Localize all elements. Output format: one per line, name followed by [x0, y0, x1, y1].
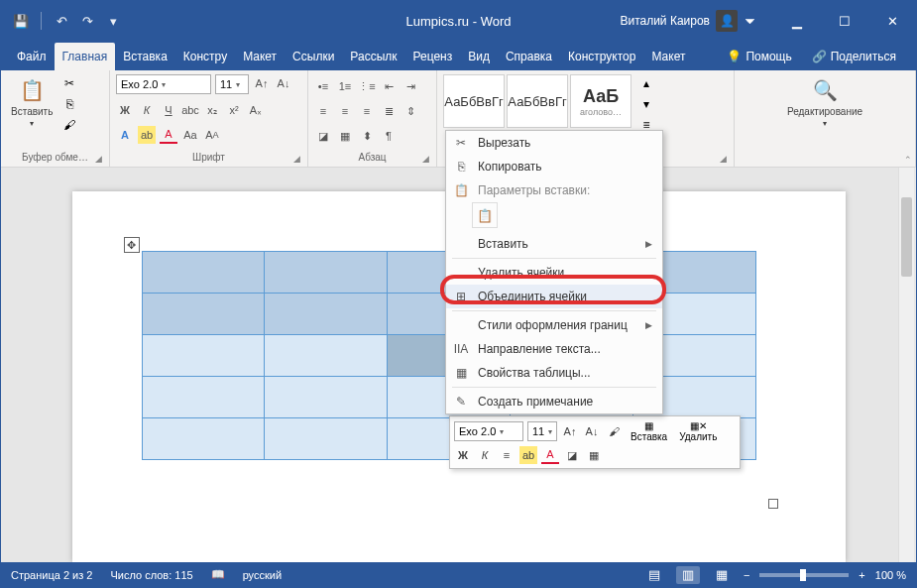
tab-view[interactable]: Вид — [460, 43, 498, 70]
tab-layout[interactable]: Макет — [235, 43, 285, 70]
status-language[interactable]: русский — [243, 569, 282, 581]
font-color-icon[interactable]: A — [160, 126, 177, 144]
style-nospacing[interactable]: АаБбВвГг — [507, 74, 568, 128]
change-case-icon[interactable]: Aa — [181, 126, 199, 144]
line-spacing-icon[interactable]: ⇕ — [401, 102, 419, 120]
align-right-icon[interactable]: ≡ — [358, 102, 376, 120]
table-resize-handle-icon[interactable] — [768, 499, 778, 509]
ribbon-options-icon[interactable]: ⏷ — [726, 1, 773, 41]
mini-italic-icon[interactable]: К — [476, 446, 494, 464]
mini-delete-button[interactable]: ▦✕Удалить — [675, 420, 721, 442]
styles-down-icon[interactable]: ▾ — [637, 95, 655, 113]
decrease-indent-icon[interactable]: ⇤ — [380, 77, 398, 95]
customize-qat-icon[interactable]: ▾ — [103, 12, 123, 30]
copy-icon[interactable]: ⎘ — [60, 95, 78, 113]
sort-icon[interactable]: ⬍ — [358, 127, 376, 145]
mini-highlight-icon[interactable]: ab — [519, 446, 537, 464]
multilevel-icon[interactable]: ⋮≡ — [358, 77, 376, 95]
tab-table-design[interactable]: Конструктор — [560, 43, 643, 70]
status-page[interactable]: Страница 2 из 2 — [11, 569, 92, 581]
zoom-out-icon[interactable]: − — [744, 569, 749, 581]
view-read-icon[interactable]: ▤ — [642, 566, 666, 584]
undo-icon[interactable]: ↶ — [52, 12, 71, 30]
ctx-cut[interactable]: ✂Вырезать — [446, 131, 662, 155]
borders-icon[interactable]: ▦ — [336, 127, 354, 145]
mini-insert-button[interactable]: ▦Вставка — [627, 420, 671, 442]
clipboard-launcher-icon[interactable]: ◢ — [95, 154, 105, 164]
style-heading[interactable]: АаБаголово… — [570, 74, 631, 128]
italic-icon[interactable]: К — [138, 101, 156, 119]
clear-format-icon[interactable]: Aₓ — [247, 101, 265, 119]
share-button[interactable]: 🔗Поделиться — [804, 43, 904, 70]
mini-bold-icon[interactable]: Ж — [454, 446, 472, 464]
view-print-icon[interactable]: ▥ — [676, 566, 700, 584]
tab-insert[interactable]: Вставка — [115, 43, 175, 70]
mini-shrink-font-icon[interactable]: A↓ — [583, 422, 601, 440]
bullets-icon[interactable]: •≡ — [314, 77, 332, 95]
mini-font-color-icon[interactable]: A — [541, 446, 559, 464]
font-launcher-icon[interactable]: ◢ — [293, 154, 303, 164]
show-marks-icon[interactable]: ¶ — [380, 127, 398, 145]
ctx-paste[interactable]: Вставить▶ — [446, 232, 662, 256]
mini-font-combo[interactable]: Exo 2.0 — [454, 421, 523, 441]
ctx-merge-cells[interactable]: ⊞Объединить ячейки — [446, 285, 662, 308]
font-name-combo[interactable]: Exo 2.0 — [116, 74, 211, 94]
strike-icon[interactable]: abc — [181, 101, 199, 119]
redo-icon[interactable]: ↷ — [77, 12, 97, 30]
subscript-icon[interactable]: x₂ — [203, 101, 221, 119]
mini-grow-font-icon[interactable]: A↑ — [561, 422, 579, 440]
mini-align-icon[interactable]: ≡ — [498, 446, 516, 464]
close-button[interactable]: ✕ — [868, 1, 916, 41]
tab-help[interactable]: Справка — [498, 43, 560, 70]
mini-format-painter-icon[interactable]: 🖌 — [605, 422, 623, 440]
status-word-count[interactable]: Число слов: 115 — [110, 569, 192, 581]
align-center-icon[interactable]: ≡ — [336, 102, 354, 120]
mini-shading-icon[interactable]: ◪ — [563, 446, 581, 464]
styles-launcher-icon[interactable]: ◢ — [720, 154, 730, 164]
justify-icon[interactable]: ≣ — [380, 102, 398, 120]
bold-icon[interactable]: Ж — [116, 101, 134, 119]
mini-size-combo[interactable]: 11 — [527, 421, 557, 441]
collapse-ribbon-icon[interactable]: ⌃ — [904, 155, 912, 165]
ctx-new-comment[interactable]: ✎Создать примечание — [446, 390, 662, 413]
ctx-delete-cells[interactable]: Удалить ячейки... — [446, 261, 662, 285]
zoom-level[interactable]: 100 % — [875, 569, 906, 581]
paste-option-keep-source-icon[interactable]: 📋 — [472, 202, 498, 228]
tab-table-layout[interactable]: Макет — [643, 43, 693, 70]
ctx-table-props[interactable]: ▦Свойства таблицы... — [446, 361, 662, 385]
table-move-handle-icon[interactable]: ✥ — [124, 237, 140, 253]
underline-icon[interactable]: Ч — [160, 101, 177, 119]
ctx-text-direction[interactable]: IIAНаправление текста... — [446, 337, 662, 361]
proofing-icon[interactable]: 📖 — [211, 568, 225, 581]
tab-mailings[interactable]: Рассылк — [342, 43, 404, 70]
align-left-icon[interactable]: ≡ — [314, 102, 332, 120]
tab-home[interactable]: Главная — [55, 43, 116, 70]
mini-borders-icon[interactable]: ▦ — [585, 446, 603, 464]
tab-design[interactable]: Констру — [175, 43, 235, 70]
shading-icon[interactable]: ◪ — [314, 127, 332, 145]
minimize-button[interactable]: ▁ — [773, 1, 821, 41]
editing-button[interactable]: 🔍 Редактирование ▾ — [783, 74, 866, 130]
numbering-icon[interactable]: 1≡ — [336, 77, 354, 95]
tab-file[interactable]: Файл — [9, 43, 55, 70]
format-painter-icon[interactable]: 🖌 — [60, 116, 78, 134]
zoom-slider[interactable] — [759, 573, 849, 577]
paragraph-launcher-icon[interactable]: ◢ — [422, 154, 432, 164]
superscript-icon[interactable]: x² — [225, 101, 243, 119]
help-button[interactable]: 💡Помощь — [719, 43, 799, 70]
increase-indent-icon[interactable]: ⇥ — [401, 77, 419, 95]
tab-references[interactable]: Ссылки — [285, 43, 342, 70]
shrink-font-icon[interactable]: A↓ — [275, 74, 292, 92]
ctx-copy[interactable]: ⎘Копировать — [446, 155, 662, 178]
view-web-icon[interactable]: ▦ — [710, 566, 734, 584]
maximize-button[interactable]: ☐ — [821, 1, 868, 41]
vertical-scrollbar[interactable] — [898, 168, 914, 562]
cut-icon[interactable]: ✂ — [60, 74, 78, 92]
styles-up-icon[interactable]: ▴ — [637, 74, 655, 92]
ctx-border-styles[interactable]: Стили оформления границ▶ — [446, 313, 662, 337]
style-normal[interactable]: АаБбВвГг — [443, 74, 505, 128]
tab-review[interactable]: Реценз — [405, 43, 461, 70]
text-effects-icon[interactable]: A — [116, 126, 134, 144]
save-icon[interactable]: 💾 — [11, 12, 31, 30]
paste-button[interactable]: 📋 Вставить ▾ — [7, 74, 57, 130]
